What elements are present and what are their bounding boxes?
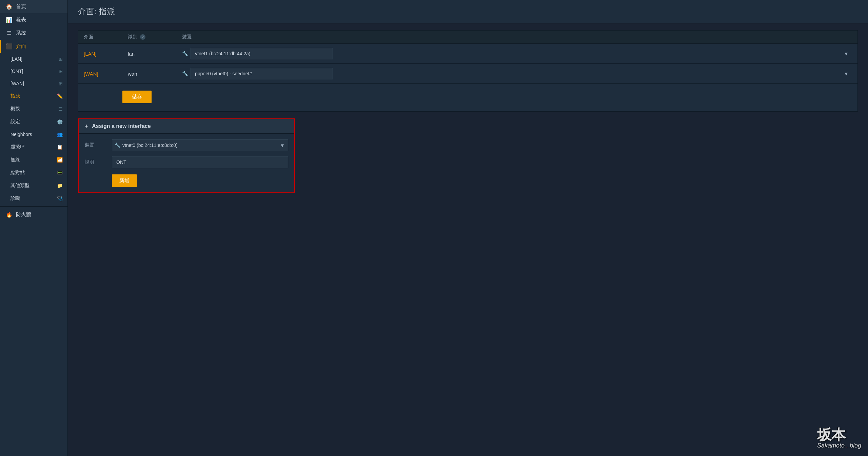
neighbors-icon: 👥 bbox=[57, 132, 63, 137]
chevron-down-icon-wan: ▼ bbox=[844, 71, 849, 77]
sidebar-label-overview: 概觀 bbox=[11, 106, 55, 112]
sidebar-label-p2p: 點對點 bbox=[11, 170, 54, 176]
save-row: 儲存 bbox=[78, 84, 857, 111]
device-select-lan[interactable]: 🔧 vtnet1 (bc:24:11:db:44:2a) ▼ bbox=[182, 48, 852, 59]
sidebar-label-wireless: 無線 bbox=[11, 157, 54, 163]
sidebar-item-p2p[interactable]: 點對點 📟 bbox=[0, 166, 67, 179]
p2p-icon: 📟 bbox=[57, 170, 63, 175]
col-id: 識別 ? bbox=[128, 34, 182, 40]
sidebar-label-ont: [ONT] bbox=[11, 69, 55, 74]
sidebar-label-lan: [LAN] bbox=[11, 56, 55, 62]
sidebar-item-lan[interactable]: [LAN] ⊞ bbox=[0, 53, 67, 65]
sidebar-label-reports: 報表 bbox=[16, 17, 63, 23]
virtual-ip-icon: 📋 bbox=[57, 144, 63, 150]
sidebar-divider bbox=[0, 206, 67, 207]
sidebar-item-assign[interactable]: 指派 ✏️ bbox=[0, 90, 67, 102]
wan-network-icon: ⊞ bbox=[59, 81, 63, 86]
device-form-label: 裝置 bbox=[85, 142, 112, 148]
sidebar-label-system: 系統 bbox=[16, 30, 63, 36]
sidebar-item-reports[interactable]: 📊 報表 bbox=[0, 13, 67, 26]
interface-tag-wan: [WAN] bbox=[84, 71, 128, 77]
page-header: 介面: 指派 bbox=[68, 0, 868, 23]
form-row-description: 說明 bbox=[85, 156, 288, 168]
description-form-label: 說明 bbox=[85, 159, 112, 165]
firewall-icon: 🔥 bbox=[6, 211, 13, 218]
overview-icon: ☰ bbox=[58, 106, 63, 112]
sidebar-label-assign: 指派 bbox=[11, 93, 54, 99]
sidebar-label-other-types: 其他類型 bbox=[11, 183, 54, 189]
sidebar-item-ont[interactable]: [ONT] ⊞ bbox=[0, 65, 67, 77]
home-icon: 🏠 bbox=[6, 3, 13, 10]
sidebar-item-settings[interactable]: 設定 ⚙️ bbox=[0, 115, 67, 128]
col-device: 裝置 bbox=[182, 34, 852, 40]
device-status-icon-lan: 🔧 bbox=[182, 51, 189, 57]
device-dropdown-wan[interactable]: pppoe0 (vtnet0) - seednet# bbox=[191, 68, 333, 79]
assign-card-title: Assign a new interface bbox=[92, 123, 151, 129]
diagnostics-icon: 🩺 bbox=[57, 196, 63, 201]
table-row-lan: [LAN] lan 🔧 vtnet1 (bc:24:11:db:44:2a) ▼ bbox=[78, 44, 857, 64]
page-title: 介面: 指派 bbox=[78, 7, 115, 16]
sidebar-label-neighbors: Neighbors bbox=[11, 132, 54, 137]
content-area: 介面 識別 ? 裝置 [LAN] lan 🔧 vtnet1 (bc:24:11:… bbox=[68, 23, 868, 207]
sidebar-label-interfaces: 介面 bbox=[16, 43, 63, 50]
assign-card: + Assign a new interface 裝置 🔧 vtnet0 (bc… bbox=[78, 118, 295, 193]
sidebar-label-diagnostics: 診斷 bbox=[11, 195, 54, 202]
main-content: 介面: 指派 介面 識別 ? 裝置 [LAN] lan 🔧 vtnet1 (bc bbox=[68, 0, 868, 456]
assign-form: 裝置 🔧 vtnet0 (bc:24:11:eb:8d:c0) vtnet1 (… bbox=[79, 134, 294, 192]
device-dropdown-lan[interactable]: vtnet1 (bc:24:11:db:44:2a) bbox=[191, 48, 333, 59]
other-types-icon: 📁 bbox=[57, 183, 63, 188]
sidebar-item-wireless[interactable]: 無線 📶 bbox=[0, 153, 67, 166]
sidebar: 🏠 首頁 📊 報表 ☰ 系統 ⬛ 介面 [LAN] ⊞ [ONT] ⊞ [WAN… bbox=[0, 0, 68, 456]
sidebar-item-interfaces[interactable]: ⬛ 介面 bbox=[0, 40, 67, 53]
interface-tag-lan: [LAN] bbox=[84, 51, 128, 57]
sidebar-item-home[interactable]: 🏠 首頁 bbox=[0, 0, 67, 13]
sidebar-item-overview[interactable]: 概觀 ☰ bbox=[0, 102, 67, 115]
col-interface: 介面 bbox=[84, 34, 128, 40]
table-header: 介面 識別 ? 裝置 bbox=[78, 31, 857, 44]
device-select-wrapper[interactable]: 🔧 vtnet0 (bc:24:11:eb:8d:c0) vtnet1 (bc:… bbox=[112, 139, 288, 151]
settings-gear-icon: ⚙️ bbox=[57, 119, 63, 125]
sidebar-item-virtual-ip[interactable]: 虛擬IP 📋 bbox=[0, 140, 67, 153]
plus-icon: + bbox=[85, 123, 88, 129]
sidebar-label-firewall: 防火牆 bbox=[16, 211, 63, 218]
reports-icon: 📊 bbox=[6, 17, 13, 23]
chevron-down-icon: ▼ bbox=[844, 51, 849, 57]
interface-id-lan: lan bbox=[128, 51, 182, 57]
sidebar-label-settings: 設定 bbox=[11, 119, 54, 125]
device-select-wan[interactable]: 🔧 pppoe0 (vtnet0) - seednet# ▼ bbox=[182, 68, 852, 79]
sidebar-item-other-types[interactable]: 其他類型 📁 bbox=[0, 179, 67, 192]
sidebar-label-virtual-ip: 虛擬IP bbox=[11, 144, 54, 150]
sidebar-label-wan: [WAN] bbox=[11, 81, 55, 86]
table-row-wan: [WAN] wan 🔧 pppoe0 (vtnet0) - seednet# ▼ bbox=[78, 64, 857, 84]
sidebar-item-firewall[interactable]: 🔥 防火牆 bbox=[0, 208, 67, 221]
sidebar-item-system[interactable]: ☰ 系統 bbox=[0, 26, 67, 40]
assign-card-header: + Assign a new interface bbox=[79, 119, 294, 134]
sidebar-item-neighbors[interactable]: Neighbors 👥 bbox=[0, 128, 67, 140]
assign-edit-icon: ✏️ bbox=[57, 93, 63, 99]
sidebar-label-home: 首頁 bbox=[16, 3, 63, 10]
sidebar-item-diagnostics[interactable]: 診斷 🩺 bbox=[0, 192, 67, 205]
description-input[interactable] bbox=[112, 156, 288, 168]
sidebar-item-wan[interactable]: [WAN] ⊞ bbox=[0, 77, 67, 90]
interfaces-icon: ⬛ bbox=[6, 43, 13, 50]
system-icon: ☰ bbox=[6, 30, 13, 36]
wireless-icon: 📶 bbox=[57, 157, 63, 163]
add-button[interactable]: 新增 bbox=[112, 174, 137, 187]
form-row-device: 裝置 🔧 vtnet0 (bc:24:11:eb:8d:c0) vtnet1 (… bbox=[85, 139, 288, 151]
device-select-new[interactable]: vtnet0 (bc:24:11:eb:8d:c0) vtnet1 (bc:24… bbox=[112, 139, 288, 151]
help-icon[interactable]: ? bbox=[140, 34, 145, 40]
ont-network-icon: ⊞ bbox=[59, 69, 63, 74]
lan-network-icon: ⊞ bbox=[59, 56, 63, 62]
device-status-icon-wan: 🔧 bbox=[182, 71, 189, 77]
save-button[interactable]: 儲存 bbox=[122, 91, 152, 103]
interface-id-wan: wan bbox=[128, 71, 182, 77]
interfaces-table: 介面 識別 ? 裝置 [LAN] lan 🔧 vtnet1 (bc:24:11:… bbox=[78, 30, 858, 112]
